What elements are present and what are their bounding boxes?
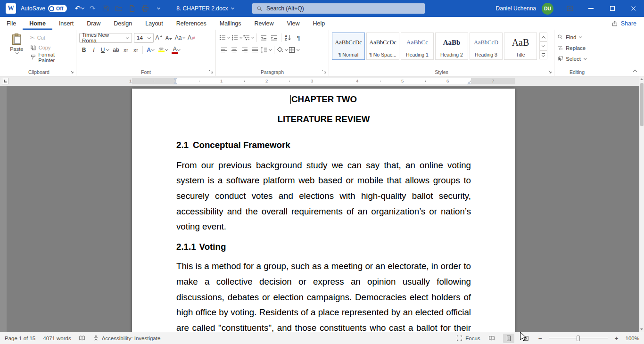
change-case-button[interactable]: Aa <box>174 33 186 43</box>
format-painter-button[interactable]: Format Painter <box>29 52 73 62</box>
font-name-combobox[interactable]: Times New Roma <box>79 33 132 43</box>
style-normal[interactable]: AaBbCcDc ¶ Normal <box>332 33 365 60</box>
italic-button[interactable]: I <box>89 45 99 55</box>
clear-formatting-button[interactable]: A <box>187 33 196 43</box>
tab-home[interactable]: Home <box>23 17 52 30</box>
tab-file[interactable]: File <box>0 17 23 30</box>
highlight-color-button[interactable] <box>157 45 170 55</box>
borders-button[interactable] <box>288 45 300 55</box>
find-button[interactable]: Find <box>557 32 597 42</box>
open-button[interactable] <box>112 1 125 16</box>
tab-view[interactable]: View <box>281 17 306 30</box>
customize-quick-access-button[interactable] <box>152 1 165 16</box>
subscript-button[interactable]: x2 <box>121 45 131 55</box>
font-color-button[interactable]: A <box>170 45 183 55</box>
document-page[interactable]: CHAPTER TWO LITERATURE REVIEW 2.1Concept… <box>132 89 515 332</box>
page-number-status[interactable]: Page 1 of 15 <box>5 336 35 341</box>
autosave-toggle[interactable]: AutoSave Off <box>21 5 67 12</box>
styles-scroll-down-button[interactable] <box>539 41 547 50</box>
increase-indent-button[interactable] <box>269 33 279 43</box>
tab-help[interactable]: Help <box>306 17 331 30</box>
focus-mode-button[interactable]: Focus <box>456 335 480 341</box>
document-title-menu[interactable]: 8. CHAPTER 2.docx <box>173 0 237 17</box>
style-heading-1[interactable]: AaBbCc Heading 1 <box>401 33 434 60</box>
avatar[interactable]: DU <box>542 3 553 15</box>
zoom-in-button[interactable]: + <box>613 335 620 342</box>
show-formatting-marks-button[interactable]: ¶ <box>294 33 304 43</box>
shading-button[interactable] <box>276 45 288 55</box>
grow-font-button[interactable]: A <box>154 33 164 43</box>
share-button[interactable]: Share <box>611 20 636 27</box>
redo-button[interactable]: ↷ <box>86 1 99 16</box>
line-spacing-button[interactable] <box>260 45 272 55</box>
style-title[interactable]: AaB Title <box>504 33 537 60</box>
tab-mailings[interactable]: Mailings <box>213 17 248 30</box>
tab-stop-selector[interactable] <box>2 78 8 84</box>
superscript-button[interactable]: x2 <box>131 45 140 55</box>
zoom-slider[interactable] <box>549 335 608 342</box>
save-button[interactable] <box>99 1 112 16</box>
print-button[interactable] <box>139 1 152 16</box>
proofing-status-button[interactable] <box>79 335 85 342</box>
text-effects-button[interactable]: A <box>145 45 157 55</box>
scroll-up-button[interactable] <box>639 76 644 82</box>
align-left-button[interactable] <box>219 45 229 55</box>
tab-insert[interactable]: Insert <box>52 17 80 30</box>
document-canvas[interactable]: CHAPTER TWO LITERATURE REVIEW 2.1Concept… <box>0 86 639 332</box>
hanging-indent-marker[interactable] <box>173 82 177 84</box>
first-line-indent-marker[interactable] <box>173 78 177 81</box>
align-center-button[interactable] <box>229 45 239 55</box>
autosave-switch[interactable]: Off <box>48 5 67 12</box>
tab-design[interactable]: Design <box>107 17 139 30</box>
accessibility-status-button[interactable]: Accessibility: Investigate <box>93 335 161 341</box>
word-count-status[interactable]: 4071 words <box>43 336 71 341</box>
bold-button[interactable]: B <box>79 45 89 55</box>
style-heading-3[interactable]: AaBbCcD Heading 3 <box>470 33 503 60</box>
tab-references[interactable]: References <box>170 17 213 30</box>
copy-button[interactable]: Copy <box>29 42 73 52</box>
tab-layout[interactable]: Layout <box>139 17 170 30</box>
numbering-button[interactable] <box>231 33 243 43</box>
strikethrough-button[interactable]: ab <box>111 45 121 55</box>
style-heading-2[interactable]: AaBb Heading 2 <box>435 33 468 60</box>
scrollbar-thumb[interactable] <box>640 83 644 126</box>
page-content[interactable]: CHAPTER TWO LITERATURE REVIEW 2.1Concept… <box>132 89 515 332</box>
style-no-spacing[interactable]: AaBbCcDc ¶ No Spac... <box>366 33 399 60</box>
justify-button[interactable] <box>250 45 260 55</box>
bullets-button[interactable] <box>219 33 231 43</box>
web-layout-button[interactable] <box>520 334 531 343</box>
decrease-indent-button[interactable] <box>259 33 269 43</box>
ribbon-display-options-button[interactable] <box>559 0 580 17</box>
styles-scroll-up-button[interactable] <box>539 33 547 41</box>
undo-button[interactable]: ↶ <box>73 1 86 16</box>
select-button[interactable]: Select <box>557 54 597 64</box>
zoom-level[interactable]: 100% <box>626 336 639 341</box>
new-document-button[interactable] <box>125 1 139 16</box>
multilevel-list-button[interactable] <box>243 33 255 43</box>
font-size-combobox[interactable]: 14 <box>134 33 154 43</box>
right-indent-marker[interactable] <box>467 82 471 84</box>
close-button[interactable] <box>623 0 644 17</box>
collapse-ribbon-button[interactable] <box>630 67 640 74</box>
maximize-button[interactable] <box>602 0 623 17</box>
print-layout-button[interactable] <box>503 334 514 343</box>
search-input[interactable]: Search (Alt+Q) <box>252 3 425 14</box>
vertical-scrollbar[interactable] <box>639 76 644 332</box>
zoom-out-button[interactable]: − <box>537 335 544 342</box>
word-app-icon[interactable]: W <box>6 3 16 14</box>
styles-more-button[interactable] <box>539 50 547 59</box>
tab-draw[interactable]: Draw <box>80 17 107 30</box>
minimize-button[interactable] <box>580 0 602 17</box>
underline-button[interactable]: U <box>99 45 111 55</box>
shrink-font-button[interactable]: A <box>164 33 173 43</box>
zoom-slider-thumb[interactable] <box>577 336 580 341</box>
read-mode-button[interactable] <box>486 334 497 343</box>
user-name[interactable]: Daniel Uchenna <box>496 5 536 12</box>
paste-button[interactable]: Paste <box>5 32 29 68</box>
cut-button[interactable]: ✂Cut <box>29 33 73 42</box>
tab-review[interactable]: Review <box>248 17 281 30</box>
sort-button[interactable]: AZ <box>283 33 293 43</box>
ruler-band[interactable]: 1 1 2 3 4 5 6 7 <box>132 78 515 84</box>
replace-button[interactable]: Replace <box>557 43 597 53</box>
align-right-button[interactable] <box>239 45 249 55</box>
